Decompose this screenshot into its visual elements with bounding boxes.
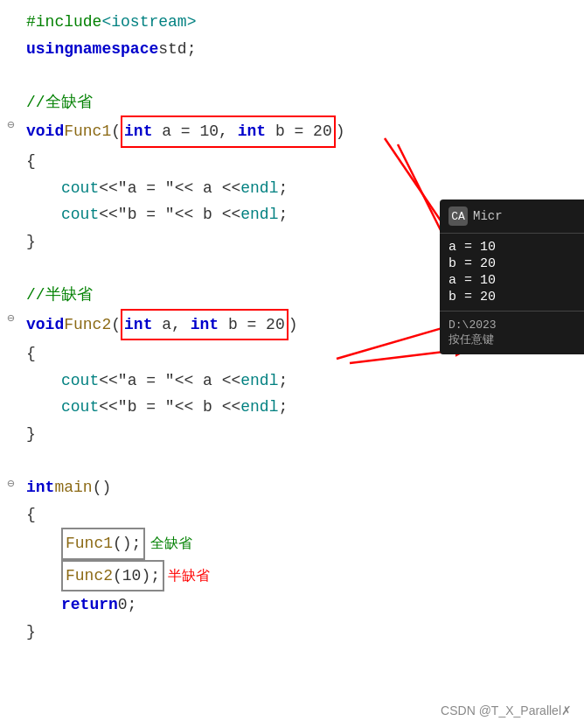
shift4: << b << bbox=[175, 201, 241, 228]
func1-brace-close: } bbox=[26, 228, 36, 256]
str4: "b = " bbox=[118, 394, 175, 421]
empty1 bbox=[26, 62, 584, 89]
line-func1-sig: ⊖ void Func1(int a = 10, int b = 20) bbox=[26, 116, 584, 148]
namespace-kw: namespace bbox=[73, 36, 158, 63]
endl2: endl bbox=[240, 201, 278, 228]
main-parens: () bbox=[93, 474, 112, 501]
param-a2: a, bbox=[162, 316, 190, 333]
func2-call-name: Func2 bbox=[66, 567, 113, 584]
line-return: return 0; bbox=[26, 592, 584, 619]
label-half-default: 半缺省 bbox=[168, 565, 210, 589]
popup-line-4: b = 20 bbox=[440, 289, 584, 305]
semi4: ; bbox=[278, 394, 288, 421]
label-all-default: 全缺省 bbox=[150, 533, 192, 556]
shift1: << bbox=[99, 175, 118, 202]
popup-icon: CA bbox=[448, 206, 468, 226]
str2: "b = " bbox=[118, 201, 175, 228]
param-b1: b = 20 bbox=[275, 122, 332, 140]
line-func2-body1: cout << "a = " << a << endl; bbox=[26, 368, 584, 395]
shift8: << b << bbox=[175, 394, 241, 421]
cout2: cout bbox=[61, 201, 99, 228]
main-brace-open: { bbox=[26, 501, 36, 528]
cout4: cout bbox=[61, 394, 99, 421]
comment2: //半缺省 bbox=[26, 282, 93, 309]
fold-gutter1: ⊖ bbox=[7, 116, 23, 136]
fold-gutter2: ⊖ bbox=[7, 309, 23, 330]
func1-close-paren: ) bbox=[336, 118, 345, 145]
main-name: main bbox=[54, 474, 92, 501]
iostream-text: <iostream> bbox=[101, 9, 196, 36]
fold-gutter3: ⊖ bbox=[7, 474, 23, 495]
shift3: << bbox=[99, 201, 118, 228]
cout1: cout bbox=[61, 175, 99, 202]
comment1: //全缺省 bbox=[26, 89, 93, 116]
popup-prompt: 按任意键 bbox=[448, 332, 575, 347]
line-main-open: { bbox=[26, 501, 584, 528]
param-b2: b = 20 bbox=[228, 316, 285, 333]
include-text: #include bbox=[26, 9, 101, 36]
shift2: << a << bbox=[175, 175, 241, 202]
line-func1-open: { bbox=[26, 148, 584, 175]
int-kw1: int bbox=[124, 122, 162, 140]
func2-brace-close: } bbox=[26, 421, 36, 448]
func2-brace-open: { bbox=[26, 340, 36, 368]
line-func2-body2: cout << "b = " << b << endl; bbox=[26, 394, 584, 421]
std-text: std; bbox=[158, 36, 196, 63]
return-kw: return bbox=[61, 592, 118, 619]
line-include: #include <iostream> bbox=[26, 9, 584, 36]
int-main-kw: int bbox=[26, 474, 54, 501]
func1-call-parens: (); bbox=[113, 535, 141, 552]
line-using: using namespace std; bbox=[26, 36, 584, 63]
return-val: 0; bbox=[118, 592, 137, 619]
func2-name: Func2 bbox=[64, 312, 111, 339]
func1-brace-open: { bbox=[26, 148, 36, 175]
str1: "a = " bbox=[118, 175, 175, 202]
int-kw3: int bbox=[124, 316, 162, 333]
endl3: endl bbox=[240, 368, 278, 395]
str3: "a = " bbox=[118, 368, 175, 395]
func2-call-args: (10) bbox=[113, 567, 150, 584]
popup-footer: D:\2023 按任意键 bbox=[440, 311, 584, 347]
func1-params-box: int a = 10, int b = 20 bbox=[121, 116, 336, 148]
func1-call-box: Func1(); bbox=[61, 528, 145, 560]
line-func1-body1: cout << "a = " << a << endl; bbox=[26, 175, 584, 202]
cout3: cout bbox=[61, 368, 99, 395]
func2-call-box: Func2(10); bbox=[61, 560, 164, 592]
func2-call-semi: ; bbox=[150, 567, 160, 584]
func1-name: Func1 bbox=[64, 118, 111, 145]
popup-header: CA Micr bbox=[440, 206, 584, 234]
using-kw: using bbox=[26, 36, 73, 63]
main-brace-close: } bbox=[26, 619, 36, 646]
func2-close-paren: ) bbox=[289, 312, 298, 339]
popup-line-3: a = 10 bbox=[440, 272, 584, 289]
void-kw2: void bbox=[26, 312, 64, 339]
popup-line-1: a = 10 bbox=[440, 239, 584, 256]
semi3: ; bbox=[278, 368, 288, 395]
semi2: ; bbox=[278, 201, 288, 228]
void-kw1: void bbox=[26, 118, 64, 145]
line-comment1: //全缺省 bbox=[26, 89, 584, 116]
shift5: << bbox=[99, 368, 118, 395]
func2-params-box: int a, int b = 20 bbox=[121, 309, 289, 341]
popup-path: D:\2023 bbox=[448, 318, 575, 332]
endl1: endl bbox=[240, 175, 278, 202]
shift7: << bbox=[99, 394, 118, 421]
line-main-close: } bbox=[26, 619, 584, 646]
empty3 bbox=[26, 448, 584, 475]
int-kw2: int bbox=[238, 122, 275, 140]
line-main-sig: ⊖ int main() bbox=[26, 474, 584, 501]
watermark: CSDN @T_X_Parallel✗ bbox=[441, 704, 572, 718]
func2-open-paren: ( bbox=[111, 312, 121, 339]
endl4: endl bbox=[240, 394, 278, 421]
int-kw4: int bbox=[191, 316, 228, 333]
func1-open-paren: ( bbox=[111, 118, 121, 145]
func1-call-name: Func1 bbox=[66, 535, 113, 552]
shift6: << a << bbox=[175, 368, 241, 395]
line-func2-close: } bbox=[26, 421, 584, 448]
popup-title: Micr bbox=[473, 209, 503, 223]
icon-text: CA bbox=[451, 210, 465, 223]
line-func2-call: Func2(10); 半缺省 bbox=[26, 560, 584, 592]
param-a1: a = 10, bbox=[162, 122, 237, 140]
terminal-popup: CA Micr a = 10 b = 20 a = 10 b = 20 D:\2… bbox=[440, 200, 584, 354]
line-func1-call: Func1(); 全缺省 bbox=[26, 528, 584, 560]
